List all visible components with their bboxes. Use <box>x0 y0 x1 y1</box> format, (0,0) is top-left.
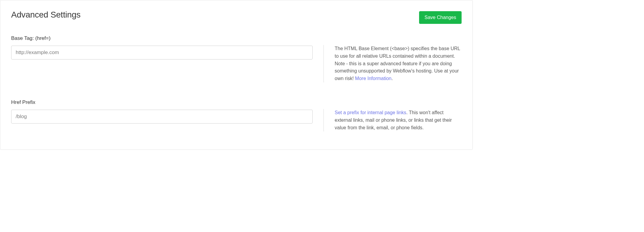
href-prefix-help: Set a prefix for internal page links. Th… <box>335 99 462 131</box>
base-tag-help-text: The HTML Base Element (<base>) specifies… <box>335 46 460 81</box>
panel-header: Advanced Settings Save Changes <box>11 10 462 24</box>
divider <box>324 45 324 82</box>
more-information-link[interactable]: More Information <box>355 76 392 81</box>
href-prefix-info-link[interactable]: Set a prefix for internal page links <box>335 110 406 115</box>
href-prefix-field: Href Prefix <box>11 99 313 124</box>
page-title: Advanced Settings <box>11 10 80 20</box>
base-tag-help-after: . <box>392 76 393 81</box>
base-tag-label: Base Tag: (href=) <box>11 35 313 41</box>
base-tag-input[interactable] <box>11 46 313 60</box>
divider <box>324 109 324 131</box>
base-tag-row: Base Tag: (href=) The HTML Base Element … <box>11 35 462 82</box>
href-prefix-label: Href Prefix <box>11 99 313 105</box>
href-prefix-row: Href Prefix Set a prefix for internal pa… <box>11 99 462 131</box>
advanced-settings-panel: Advanced Settings Save Changes Base Tag:… <box>0 0 473 150</box>
save-changes-button[interactable]: Save Changes <box>419 11 462 24</box>
base-tag-field: Base Tag: (href=) <box>11 35 313 60</box>
href-prefix-input[interactable] <box>11 110 313 124</box>
base-tag-help: The HTML Base Element (<base>) specifies… <box>335 35 462 82</box>
